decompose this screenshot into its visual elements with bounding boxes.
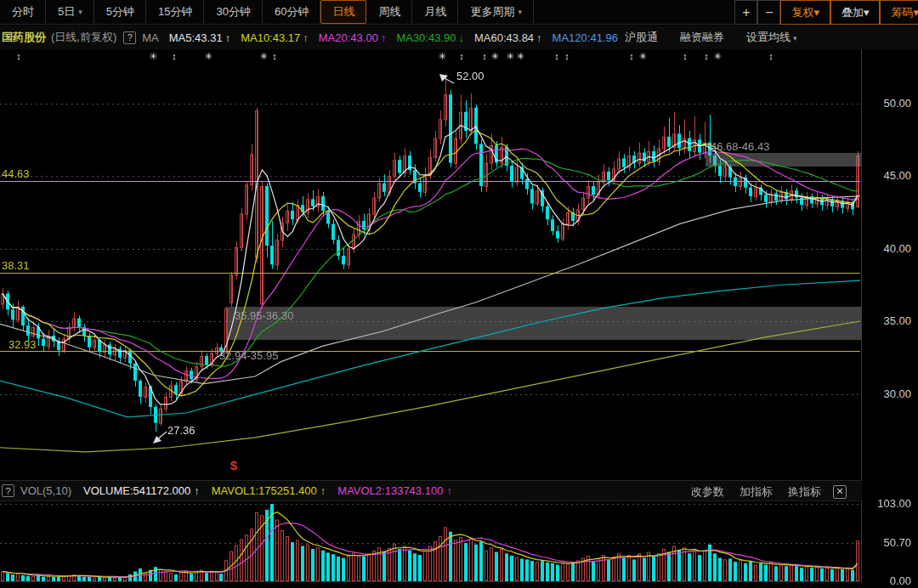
updown-event-icon[interactable]: ↕ <box>269 51 280 61</box>
tab-label: 分时 <box>12 4 34 20</box>
dividend-marker-icon: $ <box>230 458 237 472</box>
hline-label-4463: 44.63 <box>2 168 30 180</box>
annotation-zone-4668: 46.68-46.43 <box>711 141 769 153</box>
tab-label: 30分钟 <box>216 4 250 20</box>
tab-60min[interactable]: 60分钟 <box>263 0 320 24</box>
ma60-value: MA60:43.84↑ <box>474 31 542 44</box>
star-event-icon[interactable]: ✳ <box>514 51 526 62</box>
up-arrow-icon: ↑ <box>536 31 542 44</box>
ma30-value: MA30:43.90↓ <box>396 31 464 44</box>
ma60-text: MA60:43.84 <box>474 31 534 44</box>
chevron-down-icon: ▾ <box>913 6 918 19</box>
ma5-text: MA5:43.31 <box>169 31 223 44</box>
help-icon[interactable]: ? <box>2 484 14 497</box>
updown-event-icon[interactable]: ↕ <box>13 51 25 61</box>
overlay-button[interactable]: 叠加▾ <box>830 0 881 25</box>
tab-30min[interactable]: 30分钟 <box>204 0 262 24</box>
stock-name: 国药股份 <box>2 30 46 45</box>
link-hugutong[interactable]: 沪股通 <box>625 30 658 45</box>
mavol2-text: MAVOL2:133743.100 <box>337 484 443 497</box>
overlay-label: 叠加 <box>842 5 864 20</box>
star-event-icon[interactable]: ✳ <box>489 51 501 62</box>
vol-params-label: VOL(5,10) <box>20 484 71 497</box>
chips-label: 筹码 <box>891 5 913 20</box>
tab-daily-active[interactable]: 日线 <box>320 0 366 24</box>
updown-event-icon[interactable]: ↕ <box>679 51 691 61</box>
tab-weekly[interactable]: 周线 <box>366 0 412 24</box>
star-event-icon[interactable]: ✳ <box>436 51 448 62</box>
trading-app-window: 分时 5日▾ 5分钟 15分钟 30分钟 60分钟 日线 周线 月线 更多周期▾… <box>0 0 918 588</box>
chevron-down-icon: ▾ <box>518 8 522 16</box>
star-event-icon[interactable]: ✳ <box>637 51 649 62</box>
ma20-value: MA20:43.00↑ <box>319 31 387 44</box>
chevron-down-icon: ▾ <box>793 34 797 42</box>
volume-indicator-bar: ? VOL(5,10) VOLUME:541172.000↑ MAVOL1:17… <box>0 480 862 501</box>
indicator-legend-bar: 国药股份 (日线,前复权) ? MA MA5:43.31↑ MA10:43.17… <box>0 25 918 49</box>
down-arrow-icon: ↓ <box>458 31 464 44</box>
volume-axis-label: 0.00 <box>867 574 911 587</box>
updown-event-icon[interactable]: ↕ <box>765 51 777 61</box>
updown-event-icon[interactable]: ↕ <box>168 51 180 61</box>
tab-monthly[interactable]: 月线 <box>412 0 458 24</box>
link-ma-settings[interactable]: 设置均线▾ <box>746 30 797 45</box>
tab-15min[interactable]: 15分钟 <box>146 0 204 24</box>
annotation-high-52: 52.00 <box>456 71 484 82</box>
tab-5day[interactable]: 5日▾ <box>46 0 94 24</box>
updown-event-icon[interactable]: ↕ <box>561 51 573 61</box>
zoom-in-button[interactable]: + <box>734 0 757 25</box>
mavol1-text: MAVOL1:175251.400 <box>212 484 317 497</box>
add-indicator-button[interactable]: 加指标 <box>740 484 773 500</box>
volume-value: VOLUME:541172.000↑ <box>83 484 200 497</box>
updown-event-icon[interactable]: ↕ <box>626 51 638 61</box>
up-arrow-icon: ↑ <box>381 31 387 44</box>
period-toolbar: 分时 5日▾ 5分钟 15分钟 30分钟 60分钟 日线 周线 月线 更多周期▾… <box>0 0 918 25</box>
tab-5min[interactable]: 5分钟 <box>94 0 146 24</box>
close-icon[interactable]: ✕ <box>833 485 847 499</box>
ma30-text: MA30:43.90 <box>396 31 456 44</box>
mavol2-value: MAVOL2:133743.100↑ <box>337 484 452 497</box>
zoom-out-button[interactable]: − <box>757 0 780 25</box>
fuquan-button[interactable]: 复权▾ <box>780 0 830 25</box>
link-margin-trading[interactable]: 融资融券 <box>680 30 724 45</box>
volume-chart[interactable] <box>0 501 862 583</box>
tab-label: 更多周期 <box>470 4 514 20</box>
star-event-icon[interactable]: ✳ <box>258 51 269 62</box>
ma10-value: MA10:43.17↑ <box>241 31 309 44</box>
ma20-text: MA20:43.00 <box>319 31 378 44</box>
price-axis-label: 35.00 <box>867 314 911 327</box>
chart-mode-label: (日线,前复权) <box>51 30 116 45</box>
chevron-down-icon: ▾ <box>864 6 870 19</box>
tab-timeshare[interactable]: 分时 <box>0 0 46 24</box>
up-arrow-icon: ↑ <box>225 31 231 44</box>
star-event-icon[interactable]: ✳ <box>711 51 723 62</box>
tab-label: 15分钟 <box>158 4 192 20</box>
tab-label: 5日 <box>58 4 75 20</box>
star-event-icon[interactable]: ✳ <box>147 51 159 62</box>
ma10-text: MA10:43.17 <box>241 31 300 44</box>
ma-prefix-label: MA <box>142 31 159 44</box>
indicator-actions: 改参数 加指标 换指标 ✕ <box>676 481 847 502</box>
change-params-button[interactable]: 改参数 <box>691 484 724 500</box>
fuquan-label: 复权 <box>791 5 813 20</box>
price-axis-label: 30.00 <box>867 387 911 400</box>
updown-event-icon[interactable]: ↕ <box>700 51 712 61</box>
star-event-icon[interactable]: ✳ <box>202 51 214 62</box>
switch-indicator-button[interactable]: 换指标 <box>788 484 821 500</box>
price-axis-label: 40.00 <box>867 242 911 255</box>
volume-text: VOLUME:541172.000 <box>83 484 190 497</box>
chips-button[interactable]: 筹码▾ <box>880 0 918 25</box>
tab-more-periods[interactable]: 更多周期▾ <box>458 0 534 24</box>
ma5-value: MA5:43.31↑ <box>169 31 230 44</box>
updown-event-icon[interactable]: ↕ <box>456 51 468 61</box>
ma120-text: MA120:41.96 <box>552 31 618 44</box>
ma120-value: MA120:41.96 <box>552 31 618 44</box>
price-axis-label: 50.00 <box>867 97 911 110</box>
annotation-low-2736: 27.36 <box>167 425 196 437</box>
help-icon[interactable]: ? <box>123 31 136 44</box>
annotation-zone-3595: 35.95-36.30 <box>235 310 293 322</box>
tab-label: 60分钟 <box>275 4 309 20</box>
main-kline-chart[interactable] <box>0 49 862 476</box>
toolbar-right-group: + − 复权▾ 叠加▾ 筹码▾ <box>734 0 918 25</box>
annotation-zone-3294: 32.94-35.95 <box>219 350 278 362</box>
volume-axis-label: 50.70 <box>867 536 911 549</box>
